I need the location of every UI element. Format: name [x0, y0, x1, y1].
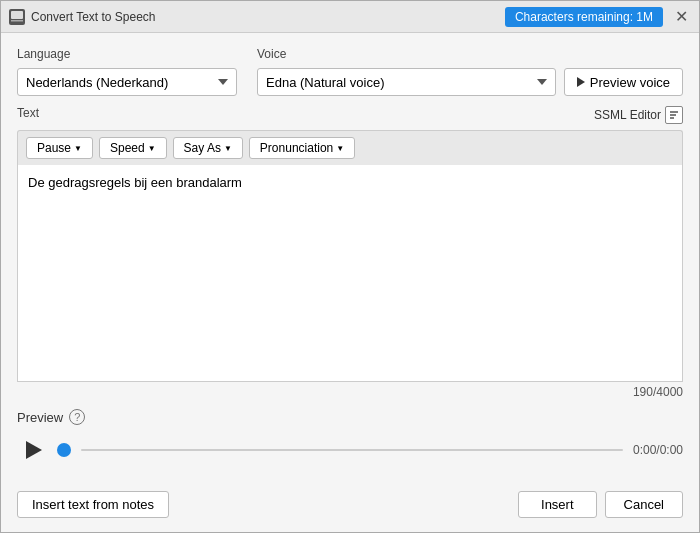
insert-label: Insert: [541, 497, 574, 512]
chars-remaining-badge: Characters remaining: 1M: [505, 7, 663, 27]
insert-button[interactable]: Insert: [518, 491, 597, 518]
play-button[interactable]: [17, 435, 47, 465]
progress-track[interactable]: [81, 449, 623, 451]
voice-row: Edna (Natural voice) Preview voice: [257, 68, 683, 96]
text-label: Text: [17, 106, 39, 120]
voice-field: Voice Edna (Natural voice) Preview voice: [257, 47, 683, 96]
content-area: Language Nederlands (Nederkand) Voice Ed…: [1, 33, 699, 481]
audio-player: 0:00/0:00: [17, 431, 683, 469]
say-as-button[interactable]: Say As ▼: [173, 137, 243, 159]
app-icon: [9, 9, 25, 25]
say-as-label: Say As: [184, 141, 221, 155]
close-button[interactable]: ✕: [671, 7, 691, 27]
preview-voice-button[interactable]: Preview voice: [564, 68, 683, 96]
voice-label: Voice: [257, 47, 683, 61]
language-label: Language: [17, 47, 237, 61]
voice-select[interactable]: Edna (Natural voice): [257, 68, 556, 96]
play-triangle-icon: [26, 441, 42, 459]
svg-rect-1: [11, 20, 23, 22]
main-window: Convert Text to Speech Characters remain…: [0, 0, 700, 533]
title-bar: Convert Text to Speech Characters remain…: [1, 1, 699, 33]
progress-dot[interactable]: [57, 443, 71, 457]
lang-voice-row: Language Nederlands (Nederkand) Voice Ed…: [17, 47, 683, 96]
pause-arrow-icon: ▼: [74, 144, 82, 153]
insert-notes-label: Insert text from notes: [32, 497, 154, 512]
pause-label: Pause: [37, 141, 71, 155]
insert-notes-button[interactable]: Insert text from notes: [17, 491, 169, 518]
preview-header: Preview ?: [17, 409, 683, 425]
window-title: Convert Text to Speech: [31, 10, 156, 24]
help-icon[interactable]: ?: [69, 409, 85, 425]
pronunciation-label: Pronunciation: [260, 141, 333, 155]
speed-button[interactable]: Speed ▼: [99, 137, 167, 159]
time-display: 0:00/0:00: [633, 443, 683, 457]
title-bar-left: Convert Text to Speech: [9, 9, 156, 25]
pronunciation-button[interactable]: Pronunciation ▼: [249, 137, 355, 159]
language-field: Language Nederlands (Nederkand): [17, 47, 237, 96]
ssml-wrapper: SSML Editor: [594, 106, 683, 124]
language-select[interactable]: Nederlands (Nederkand): [17, 68, 237, 96]
title-bar-right: Characters remaining: 1M ✕: [505, 7, 691, 27]
preview-label: Preview: [17, 410, 63, 425]
bottom-bar: Insert text from notes Insert Cancel: [1, 481, 699, 532]
text-section: Text SSML Editor Pause ▼ Speed: [17, 106, 683, 399]
action-buttons: Insert Cancel: [518, 491, 683, 518]
pause-button[interactable]: Pause ▼: [26, 137, 93, 159]
text-input[interactable]: [17, 165, 683, 382]
text-toolbar: Pause ▼ Speed ▼ Say As ▼ Pronunciation ▼: [17, 130, 683, 165]
svg-rect-0: [11, 11, 23, 19]
cancel-button[interactable]: Cancel: [605, 491, 683, 518]
char-count: 190/4000: [17, 385, 683, 399]
speed-label: Speed: [110, 141, 145, 155]
pronunciation-arrow-icon: ▼: [336, 144, 344, 153]
text-header: Text SSML Editor: [17, 106, 683, 124]
cancel-label: Cancel: [624, 497, 664, 512]
speed-arrow-icon: ▼: [148, 144, 156, 153]
ssml-editor-link[interactable]: SSML Editor: [594, 106, 683, 124]
play-icon: [577, 77, 585, 87]
preview-section: Preview ? 0:00/0:00: [17, 409, 683, 469]
preview-voice-label: Preview voice: [590, 75, 670, 90]
say-as-arrow-icon: ▼: [224, 144, 232, 153]
ssml-editor-label: SSML Editor: [594, 108, 661, 122]
ssml-editor-icon: [665, 106, 683, 124]
